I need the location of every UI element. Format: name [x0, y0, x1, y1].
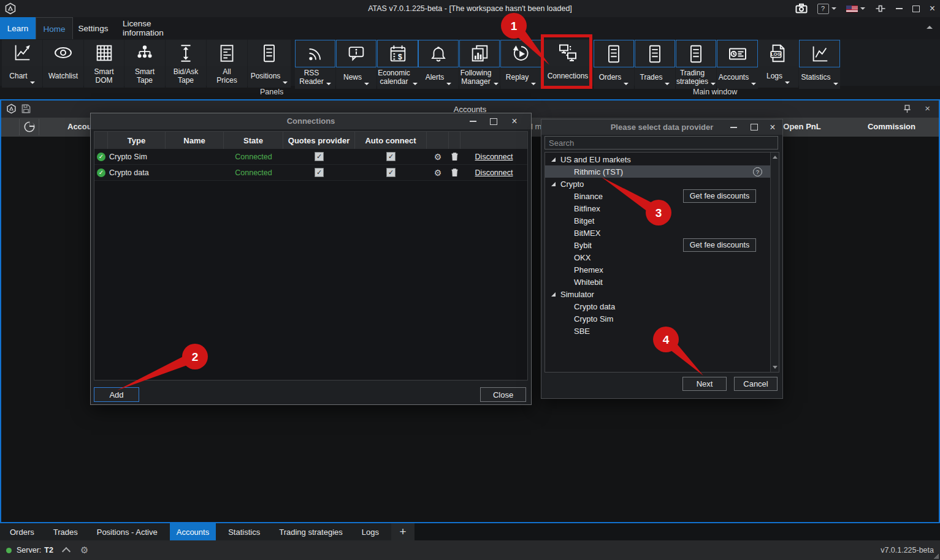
provider-item-bitmex[interactable]: BitMEX	[545, 227, 771, 239]
provider-item-binance[interactable]: BinanceGet fee discounts	[545, 190, 771, 202]
tree-expander-icon[interactable]	[551, 157, 556, 162]
maximize-button[interactable]	[912, 6, 920, 12]
next-button[interactable]: Next	[682, 377, 727, 391]
ribbon-button-watchlist[interactable]: Watchlist	[43, 40, 83, 88]
tree-expander-icon[interactable]	[551, 182, 556, 186]
ribbon-button-replay[interactable]: Replay	[500, 40, 541, 89]
provider-item-okx[interactable]: OKX	[545, 251, 771, 263]
server-settings-gear-icon[interactable]: ⚙	[80, 545, 88, 556]
get-fee-discounts-button[interactable]: Get fee discounts	[683, 238, 756, 252]
bottom-tab-positions-active[interactable]: Positions - Active	[90, 523, 164, 540]
bottom-tab-trades[interactable]: Trades	[47, 523, 85, 540]
tab-license-information[interactable]: License information	[123, 17, 188, 39]
tree-expander-icon[interactable]	[551, 292, 556, 297]
dialog-minimize-button[interactable]	[467, 113, 479, 129]
cancel-button[interactable]: Cancel	[734, 377, 778, 391]
dialog-close-button[interactable]: ×	[766, 119, 779, 135]
minimize-button[interactable]	[896, 8, 903, 9]
bottom-tab-logs[interactable]: Logs	[355, 523, 386, 540]
dialog-minimize-button[interactable]	[727, 119, 739, 135]
server-expand-chevron-icon[interactable]	[62, 547, 71, 556]
provider-item-bitfinex[interactable]: Bitfinex	[545, 202, 771, 214]
ribbon-button-logs[interactable]: LOG Logs	[758, 40, 798, 88]
provider-item-phemex[interactable]: Phemex	[545, 263, 771, 276]
delete-connection-trash-icon[interactable]	[451, 153, 458, 161]
quotes-provider-checkbox[interactable]: ✓	[315, 152, 324, 161]
scroll-down-icon[interactable]	[773, 366, 778, 369]
pin-panel-icon[interactable]	[903, 104, 912, 114]
ribbon-button-orders[interactable]: Orders	[594, 40, 634, 89]
provider-item-bitget[interactable]: Bitget	[545, 214, 771, 227]
provider-help-icon[interactable]: ?	[753, 167, 762, 176]
auto-connect-checkbox[interactable]: ✓	[386, 152, 395, 161]
scroll-up-icon[interactable]	[773, 156, 778, 159]
ribbon-collapse-icon[interactable]	[927, 26, 933, 29]
ribbon-button-bid-ask-tape[interactable]: Bid/Ask Tape	[166, 40, 206, 88]
connection-row-crypto-data[interactable]: ✓ Crypto data Connected ✓ ✓ ⚙ Disconnect	[94, 165, 527, 181]
help-menu-button[interactable]: ?	[817, 4, 836, 14]
column-type[interactable]: Type	[108, 132, 166, 149]
provider-group-us-eu[interactable]: US and EU markets	[545, 153, 771, 165]
ribbon-button-smart-dom[interactable]: Smart DOM	[84, 40, 124, 88]
dialog-close-button[interactable]: ×	[508, 113, 521, 129]
column-name[interactable]: Name	[166, 132, 224, 149]
column-quotes-provider[interactable]: Quotes provider	[283, 132, 355, 149]
provider-item-rithmic[interactable]: Rithmic (TST)?	[545, 165, 771, 178]
ribbon-button-economic-calendar[interactable]: $ Economic calendar	[377, 40, 418, 89]
ribbon-button-statistics[interactable]: Statistics	[799, 40, 840, 89]
tree-scrollbar[interactable]	[770, 153, 779, 372]
column-header-account[interactable]: Accou	[67, 122, 92, 131]
ribbon-button-trades[interactable]: Trades	[635, 40, 675, 89]
dialog-restore-button[interactable]	[487, 113, 500, 129]
bottom-tab-statistics[interactable]: Statistics	[221, 523, 267, 540]
provider-item-crypto-data[interactable]: Crypto data	[545, 300, 771, 312]
disconnect-link[interactable]: Disconnect	[475, 168, 513, 177]
pin-window-icon[interactable]	[875, 4, 886, 13]
bottom-tab-trading-strategies[interactable]: Trading strategies	[272, 523, 350, 540]
provider-group-simulator[interactable]: Simulator	[545, 288, 771, 300]
connection-row-crypto-sim[interactable]: ✓ Crypto Sim Connected ✓ ✓ ⚙ Disconnect	[94, 149, 527, 165]
ribbon-button-trading-strategies[interactable]: Trading strategies	[676, 40, 716, 89]
tab-home[interactable]: Home	[36, 17, 73, 40]
auto-connect-checkbox[interactable]: ✓	[386, 168, 395, 177]
column-header-commission[interactable]: Commission	[852, 122, 931, 131]
ribbon-button-accounts[interactable]: Accounts	[717, 40, 758, 89]
screenshot-camera-icon[interactable]	[795, 3, 808, 14]
ribbon-button-smart-tape[interactable]: Smart Tape	[124, 40, 165, 88]
resize-grip[interactable]	[934, 554, 939, 559]
connection-settings-gear-icon[interactable]: ⚙	[434, 168, 442, 178]
ribbon-button-alerts[interactable]: Alerts	[418, 40, 459, 89]
bottom-tab-accounts[interactable]: Accounts	[170, 523, 216, 540]
provider-search-input[interactable]	[545, 136, 778, 149]
provider-item-sbe[interactable]: SBE	[545, 325, 771, 337]
close-connections-button[interactable]: Close	[480, 387, 526, 402]
provider-item-bybit[interactable]: BybitGet fee discounts	[545, 239, 771, 251]
tab-settings[interactable]: Settings	[78, 17, 108, 39]
connection-settings-gear-icon[interactable]: ⚙	[434, 152, 442, 162]
close-button[interactable]: ×	[930, 4, 935, 13]
provider-item-whitebit[interactable]: Whitebit	[545, 276, 771, 288]
delete-connection-trash-icon[interactable]	[451, 168, 458, 176]
ribbon-button-news[interactable]: News	[336, 40, 376, 89]
save-icon[interactable]	[21, 104, 31, 114]
ribbon-button-all-prices[interactable]: All Prices	[207, 40, 247, 88]
disconnect-link[interactable]: Disconnect	[475, 153, 513, 161]
add-connection-button[interactable]: Add	[94, 387, 139, 402]
language-selector[interactable]	[846, 6, 865, 12]
dialog-restore-button[interactable]	[748, 119, 760, 135]
get-fee-discounts-button[interactable]: Get fee discounts	[683, 189, 756, 203]
provider-item-crypto-sim[interactable]: Crypto Sim	[545, 312, 771, 325]
column-auto-connect[interactable]: Auto connect	[355, 132, 427, 149]
bottom-tab-orders[interactable]: Orders	[3, 523, 41, 540]
column-state[interactable]: State	[224, 132, 283, 149]
add-tab-button[interactable]: +	[391, 523, 415, 540]
ribbon-button-following-manager[interactable]: Following Manager	[459, 40, 500, 89]
ribbon-button-chart[interactable]: Chart	[2, 40, 42, 88]
tab-learn[interactable]: Learn	[0, 17, 36, 39]
ribbon-button-positions[interactable]: Positions	[248, 40, 291, 88]
provider-group-crypto[interactable]: Crypto	[545, 178, 771, 190]
ribbon-button-rss-reader[interactable]: RSS Reader	[295, 40, 335, 89]
quotes-provider-checkbox[interactable]: ✓	[315, 168, 324, 177]
pie-chart-icon	[23, 121, 36, 133]
close-panel-icon[interactable]: ×	[925, 103, 930, 113]
